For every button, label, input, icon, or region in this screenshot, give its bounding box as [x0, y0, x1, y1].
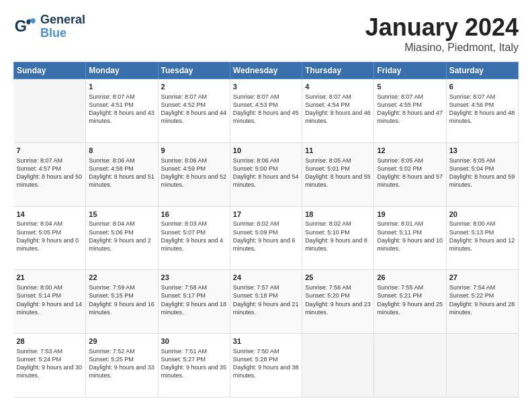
sunrise-text: Sunrise: 7:54 AM: [449, 284, 496, 291]
calendar-cell: 11Sunrise: 8:05 AMSunset: 5:01 PMDayligh…: [302, 142, 374, 206]
daylight-text: Daylight: 9 hours and 4 minutes.: [161, 237, 224, 252]
day-number: 16: [161, 210, 227, 220]
sunrise-text: Sunrise: 8:03 AM: [161, 220, 208, 227]
calendar-table: SundayMondayTuesdayWednesdayThursdayFrid…: [13, 62, 519, 398]
sunrise-text: Sunrise: 8:07 AM: [89, 93, 135, 100]
sunset-text: Sunset: 4:55 PM: [377, 101, 422, 108]
sunset-text: Sunset: 5:06 PM: [89, 229, 134, 236]
calendar-cell: 20Sunrise: 8:00 AMSunset: 5:13 PMDayligh…: [446, 206, 518, 270]
page: G General Blue January 2024 Miasino, Pie…: [0, 0, 532, 411]
weekday-header-monday: Monday: [86, 62, 158, 79]
day-number: 23: [161, 273, 227, 283]
daylight-text: Daylight: 8 hours and 51 minutes.: [89, 173, 154, 188]
sunrise-text: Sunrise: 8:01 AM: [377, 220, 423, 227]
weekday-header-tuesday: Tuesday: [158, 62, 230, 79]
calendar-cell: 19Sunrise: 8:01 AMSunset: 5:11 PMDayligh…: [374, 206, 446, 270]
logo-general-text: General: [40, 13, 85, 27]
sunrise-text: Sunrise: 7:53 AM: [17, 348, 63, 355]
day-number: 6: [449, 82, 515, 92]
month-title: January 2024: [365, 13, 519, 42]
daylight-text: Daylight: 9 hours and 23 minutes.: [305, 301, 371, 316]
day-number: 13: [449, 146, 515, 156]
daylight-text: Daylight: 8 hours and 54 minutes.: [233, 173, 299, 188]
day-number: 27: [449, 273, 515, 283]
daylight-text: Daylight: 9 hours and 12 minutes.: [449, 237, 515, 252]
daylight-text: Daylight: 9 hours and 14 minutes.: [17, 301, 83, 316]
calendar-cell: 28Sunrise: 7:53 AMSunset: 5:24 PMDayligh…: [14, 334, 86, 398]
calendar-cell: [446, 334, 518, 398]
sunset-text: Sunset: 4:53 PM: [233, 101, 278, 108]
sunrise-text: Sunrise: 7:56 AM: [305, 284, 351, 291]
calendar-header: SundayMondayTuesdayWednesdayThursdayFrid…: [14, 62, 519, 79]
sunset-text: Sunset: 5:25 PM: [89, 356, 134, 363]
daylight-text: Daylight: 9 hours and 33 minutes.: [89, 364, 154, 379]
day-number: 29: [89, 336, 154, 347]
day-number: 4: [305, 82, 371, 92]
sunset-text: Sunset: 5:24 PM: [17, 356, 62, 363]
calendar-cell: 10Sunrise: 8:06 AMSunset: 5:00 PMDayligh…: [230, 142, 302, 206]
sunrise-text: Sunrise: 8:02 AM: [305, 220, 351, 227]
calendar-week-2: 7Sunrise: 8:07 AMSunset: 4:57 PMDaylight…: [14, 142, 519, 206]
sunset-text: Sunset: 4:56 PM: [449, 101, 494, 108]
logo: G General Blue: [13, 13, 85, 40]
sunrise-text: Sunrise: 7:51 AM: [161, 348, 208, 355]
calendar-cell: 29Sunrise: 7:52 AMSunset: 5:25 PMDayligh…: [86, 334, 158, 398]
calendar-cell: 30Sunrise: 7:51 AMSunset: 5:27 PMDayligh…: [158, 334, 230, 398]
sunset-text: Sunset: 5:17 PM: [161, 292, 206, 299]
weekday-header-wednesday: Wednesday: [230, 62, 302, 79]
calendar-cell: 26Sunrise: 7:55 AMSunset: 5:21 PMDayligh…: [374, 270, 446, 334]
sunrise-text: Sunrise: 8:02 AM: [233, 220, 279, 227]
day-number: 20: [449, 210, 515, 220]
daylight-text: Daylight: 8 hours and 46 minutes.: [305, 109, 371, 124]
sunrise-text: Sunrise: 8:07 AM: [17, 157, 63, 164]
calendar-cell: [302, 334, 374, 398]
logo-words: General Blue: [40, 13, 85, 40]
weekday-header-friday: Friday: [374, 62, 446, 79]
daylight-text: Daylight: 9 hours and 2 minutes.: [89, 237, 151, 252]
day-number: 12: [377, 146, 443, 156]
calendar-cell: 21Sunrise: 8:00 AMSunset: 5:14 PMDayligh…: [14, 270, 86, 334]
sunrise-text: Sunrise: 8:00 AM: [449, 220, 496, 227]
sunset-text: Sunset: 5:13 PM: [449, 229, 494, 236]
daylight-text: Daylight: 9 hours and 16 minutes.: [89, 301, 154, 316]
day-number: 31: [233, 336, 299, 347]
sunrise-text: Sunrise: 8:07 AM: [305, 93, 351, 100]
weekday-header-thursday: Thursday: [302, 62, 374, 79]
sunset-text: Sunset: 4:54 PM: [305, 101, 350, 108]
sunrise-text: Sunrise: 8:05 AM: [377, 157, 423, 164]
calendar-body: 1Sunrise: 8:07 AMSunset: 4:51 PMDaylight…: [14, 79, 519, 398]
sunset-text: Sunset: 5:20 PM: [305, 292, 350, 299]
daylight-text: Daylight: 9 hours and 21 minutes.: [233, 301, 299, 316]
calendar-cell: 2Sunrise: 8:07 AMSunset: 4:52 PMDaylight…: [158, 79, 230, 143]
calendar-week-1: 1Sunrise: 8:07 AMSunset: 4:51 PMDaylight…: [14, 79, 519, 143]
calendar-cell: 13Sunrise: 8:05 AMSunset: 5:04 PMDayligh…: [446, 142, 518, 206]
sunset-text: Sunset: 5:01 PM: [305, 165, 350, 172]
day-number: 15: [89, 210, 154, 220]
day-number: 22: [89, 273, 154, 283]
svg-text:G: G: [15, 17, 27, 35]
calendar-cell: 8Sunrise: 8:06 AMSunset: 4:58 PMDaylight…: [86, 142, 158, 206]
daylight-text: Daylight: 8 hours and 55 minutes.: [305, 173, 371, 188]
calendar-cell: 27Sunrise: 7:54 AMSunset: 5:22 PMDayligh…: [446, 270, 518, 334]
calendar-cell: 14Sunrise: 8:04 AMSunset: 5:05 PMDayligh…: [14, 206, 86, 270]
calendar-cell: 12Sunrise: 8:05 AMSunset: 5:02 PMDayligh…: [374, 142, 446, 206]
sunset-text: Sunset: 5:28 PM: [233, 356, 278, 363]
daylight-text: Daylight: 8 hours and 45 minutes.: [233, 109, 299, 124]
day-number: 9: [161, 146, 227, 156]
daylight-text: Daylight: 9 hours and 6 minutes.: [233, 237, 296, 252]
daylight-text: Daylight: 9 hours and 25 minutes.: [377, 301, 443, 316]
daylight-text: Daylight: 8 hours and 47 minutes.: [377, 109, 443, 124]
calendar-week-4: 21Sunrise: 8:00 AMSunset: 5:14 PMDayligh…: [14, 270, 519, 334]
day-number: 30: [161, 336, 227, 347]
daylight-text: Daylight: 9 hours and 30 minutes.: [17, 364, 83, 379]
calendar-cell: [374, 334, 446, 398]
calendar-cell: 3Sunrise: 8:07 AMSunset: 4:53 PMDaylight…: [230, 79, 302, 143]
sunset-text: Sunset: 5:14 PM: [17, 292, 62, 299]
day-number: 7: [17, 146, 83, 156]
calendar-cell: 31Sunrise: 7:50 AMSunset: 5:28 PMDayligh…: [230, 334, 302, 398]
day-number: 11: [305, 146, 371, 156]
calendar-cell: 23Sunrise: 7:58 AMSunset: 5:17 PMDayligh…: [158, 270, 230, 334]
calendar-cell: 18Sunrise: 8:02 AMSunset: 5:10 PMDayligh…: [302, 206, 374, 270]
daylight-text: Daylight: 9 hours and 18 minutes.: [161, 301, 227, 316]
sunrise-text: Sunrise: 8:06 AM: [161, 157, 208, 164]
